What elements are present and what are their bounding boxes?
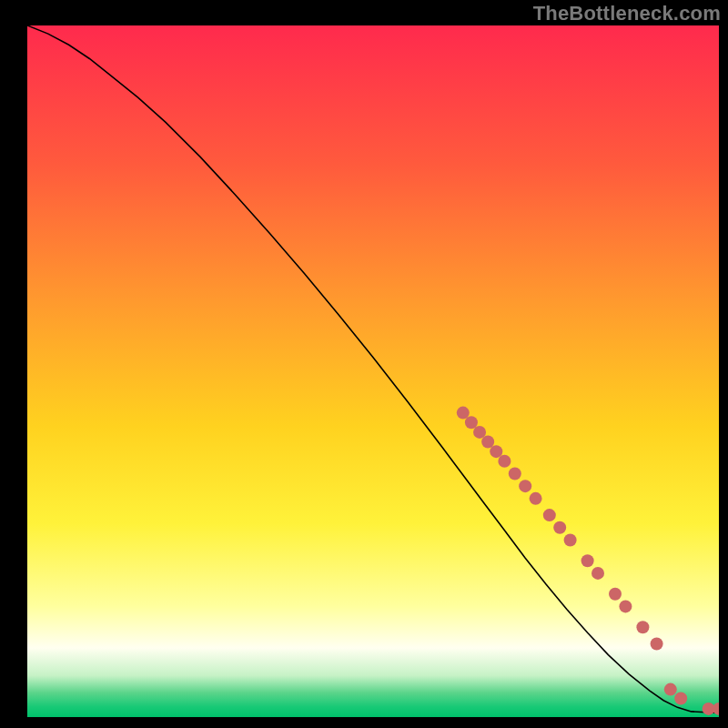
data-point xyxy=(674,692,687,704)
plot-svg xyxy=(27,25,719,717)
data-point xyxy=(564,533,577,546)
plot-area xyxy=(27,25,719,717)
data-point xyxy=(543,509,556,521)
data-point xyxy=(581,554,594,567)
data-point xyxy=(664,683,677,696)
gradient-background xyxy=(27,25,719,717)
data-point xyxy=(609,588,622,601)
data-point xyxy=(473,426,486,439)
data-point xyxy=(519,480,531,492)
data-point xyxy=(651,637,663,650)
chart-stage: TheBottleneck.com xyxy=(0,0,728,728)
data-point xyxy=(592,567,604,580)
data-point xyxy=(530,492,542,505)
data-point xyxy=(457,407,470,420)
data-point xyxy=(619,600,632,612)
data-point xyxy=(553,521,566,534)
data-point xyxy=(509,467,521,480)
data-point xyxy=(498,455,511,468)
data-point xyxy=(636,621,649,633)
watermark-text: TheBottleneck.com xyxy=(533,2,721,25)
data-point xyxy=(481,436,494,449)
data-point xyxy=(490,445,502,458)
data-point xyxy=(465,416,478,429)
